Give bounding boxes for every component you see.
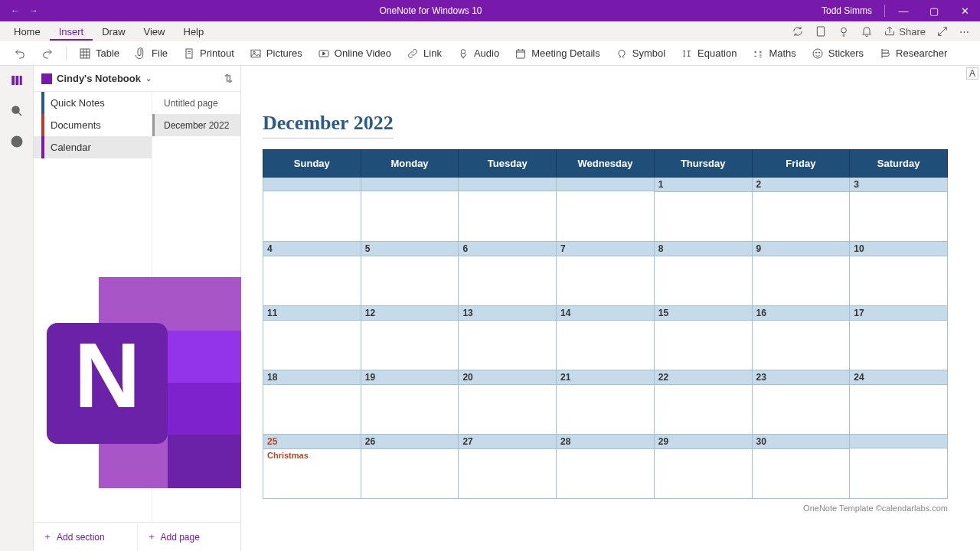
day-number: 14 bbox=[557, 306, 654, 321]
calendar-cell[interactable]: 7 bbox=[557, 242, 655, 306]
calendar-cell[interactable]: 21 bbox=[557, 370, 655, 435]
add-page-button[interactable]: ＋Add page bbox=[137, 523, 241, 551]
tab-help[interactable]: Help bbox=[175, 23, 214, 41]
close-button[interactable]: ✕ bbox=[949, 5, 980, 17]
day-number: 2 bbox=[753, 178, 850, 192]
sort-icon[interactable]: ⇅ bbox=[224, 73, 233, 84]
undo-button[interactable] bbox=[8, 44, 32, 63]
calendar-cell[interactable]: 6 bbox=[459, 242, 557, 306]
page-untitled[interactable]: Untitled page bbox=[152, 92, 240, 114]
calendar-cell[interactable]: 3 bbox=[850, 178, 948, 242]
forward-button[interactable]: → bbox=[29, 5, 38, 16]
calendar-cell[interactable]: 17 bbox=[850, 306, 948, 370]
calendar-cell[interactable] bbox=[850, 435, 948, 499]
calendar-cell[interactable]: 10 bbox=[850, 242, 948, 306]
day-number: 1 bbox=[655, 178, 752, 192]
tab-draw[interactable]: Draw bbox=[93, 23, 134, 41]
calendar-cell[interactable]: 19 bbox=[361, 370, 459, 435]
page-december-2022[interactable]: December 2022 bbox=[152, 114, 240, 136]
calendar-cell[interactable]: 28 bbox=[557, 435, 655, 499]
bell-icon[interactable] bbox=[861, 25, 873, 37]
notebook-selector[interactable]: Cindy's Notebook ⌄ ⇅ bbox=[34, 66, 240, 92]
calendar-cell[interactable]: 13 bbox=[459, 306, 557, 370]
calendar-cell[interactable] bbox=[557, 178, 655, 242]
section-quick-notes[interactable]: Quick Notes bbox=[34, 92, 152, 114]
calendar-cell[interactable]: 27 bbox=[459, 435, 557, 499]
meeting-details-button[interactable]: Meeting Details bbox=[508, 44, 606, 63]
printout-button[interactable]: Printout bbox=[177, 44, 240, 63]
sync-icon[interactable] bbox=[792, 25, 804, 37]
fullscreen-icon[interactable] bbox=[936, 25, 949, 37]
calendar-cell[interactable]: 9 bbox=[752, 242, 850, 306]
section-documents[interactable]: Documents bbox=[34, 114, 152, 136]
calendar-cell[interactable]: 12 bbox=[361, 306, 459, 370]
calendar-cell[interactable]: 20 bbox=[459, 370, 557, 435]
svg-point-10 bbox=[815, 52, 816, 53]
day-number: 9 bbox=[753, 242, 850, 256]
calendar-cell[interactable]: 11 bbox=[263, 306, 361, 370]
page-canvas[interactable]: A December 2022 SundayMondayTuesdayWedne… bbox=[241, 66, 980, 551]
calendar-cell[interactable]: 24 bbox=[850, 370, 948, 435]
svg-rect-0 bbox=[818, 27, 825, 36]
calendar-cell[interactable]: 18 bbox=[263, 370, 361, 435]
calendar-cell[interactable]: 2 bbox=[752, 178, 850, 242]
maths-button[interactable]: Maths bbox=[746, 44, 802, 63]
pictures-button[interactable]: Pictures bbox=[243, 44, 309, 63]
calendar-cell[interactable]: 22 bbox=[654, 370, 752, 435]
panel-actions: ＋Add section ＋Add page bbox=[34, 522, 240, 551]
link-button[interactable]: Link bbox=[400, 44, 448, 63]
calendar-cell[interactable]: 14 bbox=[557, 306, 655, 370]
notebooks-icon[interactable] bbox=[10, 73, 24, 90]
pages-list: Untitled page December 2022 bbox=[152, 92, 240, 522]
online-video-button[interactable]: Online Video bbox=[312, 44, 397, 63]
lightbulb-icon[interactable] bbox=[838, 25, 850, 37]
calendar-cell[interactable]: 29 bbox=[654, 435, 752, 499]
audio-button[interactable]: Audio bbox=[451, 44, 505, 63]
section-calendar[interactable]: Calendar bbox=[34, 136, 152, 158]
equation-button[interactable]: Equation bbox=[675, 44, 743, 63]
back-button[interactable]: ← bbox=[11, 5, 20, 16]
format-pane-toggle[interactable]: A bbox=[966, 67, 978, 80]
redo-button[interactable] bbox=[35, 44, 60, 63]
nav-rail bbox=[0, 66, 34, 551]
day-number: 16 bbox=[753, 306, 850, 321]
recent-icon[interactable] bbox=[10, 135, 24, 152]
calendar-cell[interactable] bbox=[459, 178, 557, 242]
day-number: 5 bbox=[361, 242, 459, 256]
calendar-cell[interactable]: 26 bbox=[361, 435, 459, 499]
page-title[interactable]: December 2022 bbox=[263, 112, 394, 139]
calendar-cell[interactable] bbox=[263, 178, 361, 242]
maximize-button[interactable]: ▢ bbox=[919, 5, 949, 17]
calendar-cell[interactable]: 16 bbox=[752, 306, 850, 370]
table-button[interactable]: Table bbox=[73, 44, 126, 63]
calendar-cell[interactable]: 4 bbox=[263, 242, 361, 306]
symbol-button[interactable]: Symbol bbox=[609, 44, 671, 63]
calendar-table[interactable]: SundayMondayTuesdayWednesdayThursdayFrid… bbox=[263, 149, 948, 499]
day-number: 8 bbox=[655, 242, 752, 256]
page-icon[interactable] bbox=[815, 25, 827, 37]
calendar-cell[interactable]: 5 bbox=[361, 242, 459, 306]
stickers-button[interactable]: Stickers bbox=[805, 44, 870, 63]
search-icon[interactable] bbox=[10, 104, 24, 121]
tab-home[interactable]: Home bbox=[5, 23, 50, 41]
day-number: 22 bbox=[655, 370, 752, 385]
user-name[interactable]: Todd Simms bbox=[812, 5, 881, 16]
calendar-cell[interactable]: 25Christmas bbox=[263, 435, 361, 499]
plus-icon: ＋ bbox=[43, 530, 52, 543]
notebook-name: Cindy's Notebook bbox=[57, 73, 141, 84]
calendar-cell[interactable]: 30 bbox=[752, 435, 850, 499]
researcher-button[interactable]: Researcher bbox=[873, 44, 953, 63]
tab-insert[interactable]: Insert bbox=[50, 23, 93, 41]
calendar-cell[interactable] bbox=[361, 178, 459, 242]
tab-view[interactable]: View bbox=[135, 23, 175, 41]
calendar-cell[interactable]: 23 bbox=[752, 370, 850, 435]
calendar-cell[interactable]: 1 bbox=[654, 178, 752, 242]
calendar-cell[interactable]: 15 bbox=[654, 306, 752, 370]
day-number: 11 bbox=[263, 306, 361, 321]
calendar-cell[interactable]: 8 bbox=[654, 242, 752, 306]
more-icon[interactable]: ⋯ bbox=[959, 26, 969, 37]
add-section-button[interactable]: ＋Add section bbox=[34, 523, 137, 551]
minimize-button[interactable]: — bbox=[888, 5, 919, 17]
file-button[interactable]: File bbox=[129, 44, 174, 63]
share-button[interactable]: Share bbox=[884, 25, 926, 37]
